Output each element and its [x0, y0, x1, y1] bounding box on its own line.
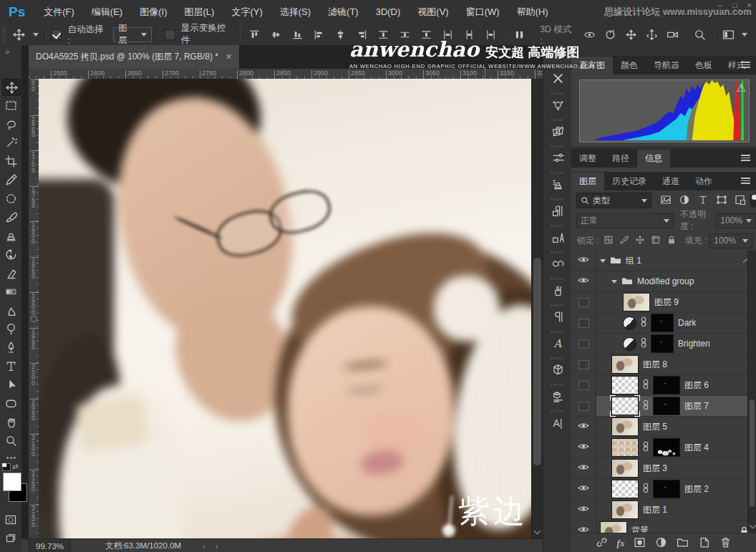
- pen-tool[interactable]: [3, 339, 19, 355]
- tab-histogram[interactable]: 直方图: [571, 57, 613, 74]
- layer-row-6[interactable]: 图层 6: [571, 375, 756, 396]
- tab-adjustments[interactable]: 调整: [571, 150, 604, 168]
- document-tab[interactable]: DO4A5925 拷贝.psd @ 100% (图层 7, RGB/8) * ✕: [29, 45, 240, 69]
- menu-item-7[interactable]: 3D(D): [367, 0, 410, 24]
- creative-cloud-panel-icon[interactable]: [543, 251, 572, 277]
- align-vcenter-button[interactable]: [268, 26, 284, 42]
- scrollbar-thumb[interactable]: [533, 258, 541, 465]
- layer-thumbnail[interactable]: [623, 293, 650, 311]
- blend-mode-dropdown[interactable]: 正常: [576, 213, 674, 228]
- brush-tool[interactable]: [3, 209, 19, 225]
- 3d-slide3d-button[interactable]: [644, 26, 660, 42]
- status-zoom[interactable]: 99.73%: [29, 539, 71, 552]
- menu-item-2[interactable]: 图像(I): [131, 0, 175, 24]
- opacity-dropdown[interactable]: 100%: [716, 213, 756, 228]
- new-layer-button[interactable]: [698, 536, 710, 551]
- expand-caret-icon[interactable]: [600, 259, 606, 263]
- lk-lock-icon[interactable]: [667, 235, 677, 247]
- layer-row-8[interactable]: 图层 5: [571, 417, 756, 437]
- adjustment-layer-icon[interactable]: [623, 337, 636, 351]
- foreground-color-swatch[interactable]: [3, 473, 21, 491]
- clone-graphics-panel-icon[interactable]: [543, 118, 572, 145]
- expand-caret-icon[interactable]: [611, 280, 617, 284]
- properties-panel-icon[interactable]: [543, 383, 572, 410]
- layer-row-12[interactable]: 图层 1: [571, 500, 756, 520]
- visibility-toggle[interactable]: [571, 479, 596, 499]
- layer-mask-thumbnail[interactable]: [653, 480, 680, 498]
- lk-move-icon[interactable]: [635, 235, 645, 247]
- paragraph-panel-icon[interactable]: [543, 304, 572, 330]
- f-smart-filter-icon[interactable]: [735, 194, 746, 208]
- dist-hcenter-button[interactable]: [461, 26, 477, 42]
- visibility-toggle[interactable]: [571, 334, 596, 354]
- auto-select-checkbox[interactable]: [52, 29, 62, 40]
- filter-switch[interactable]: [750, 194, 756, 208]
- layer-filter-dropdown[interactable]: 类型: [576, 193, 651, 208]
- eraser-tool[interactable]: [3, 265, 19, 281]
- tab-layers[interactable]: 图层: [571, 173, 604, 190]
- hand-tool[interactable]: [3, 414, 19, 430]
- quick-mask-icon[interactable]: [3, 512, 19, 528]
- layers-scrollbar[interactable]: [747, 251, 756, 533]
- layer-thumbnail[interactable]: [611, 376, 639, 394]
- path-select-tool[interactable]: [3, 377, 19, 392]
- 3d-orbit-button[interactable]: [582, 26, 598, 42]
- paragraph-styles-panel-icon[interactable]: [543, 198, 572, 224]
- delete-layer-button[interactable]: [719, 536, 732, 551]
- layer-thumbnail[interactable]: [611, 459, 639, 478]
- 3d-roll-button[interactable]: [603, 26, 619, 42]
- visibility-toggle[interactable]: [571, 500, 596, 520]
- layer-row-5[interactable]: 图层 8: [571, 354, 756, 375]
- clone-stamp-tool[interactable]: [3, 228, 19, 243]
- tab-history[interactable]: 历史记录: [604, 173, 654, 190]
- workspace-caret[interactable]: [742, 33, 747, 37]
- layer-mask-thumbnail[interactable]: [653, 376, 680, 394]
- tab-close-icon[interactable]: ✕: [226, 52, 232, 62]
- visibility-toggle[interactable]: [571, 292, 596, 312]
- healing-brush-tool[interactable]: [3, 190, 19, 206]
- link-layers-button[interactable]: [596, 536, 608, 551]
- adjustment-layer-button[interactable]: [655, 536, 667, 551]
- layer-row-1[interactable]: Modified group: [571, 271, 756, 292]
- layers-scrollbar-thumb[interactable]: [750, 400, 755, 507]
- dist-top-button[interactable]: [375, 26, 391, 42]
- type-tool[interactable]: [3, 358, 19, 374]
- visibility-toggle[interactable]: [571, 271, 596, 291]
- lk-brush-icon[interactable]: [619, 235, 629, 247]
- zoom-tool[interactable]: [3, 432, 19, 448]
- layer-thumbnail[interactable]: [611, 417, 639, 436]
- tab-paths[interactable]: 路径: [604, 150, 637, 168]
- f-shape-filter-icon[interactable]: [716, 194, 727, 208]
- dist-right-button[interactable]: [483, 26, 498, 42]
- layer-thumbnail[interactable]: [611, 397, 639, 415]
- scroll-down-icon[interactable]: [534, 528, 541, 535]
- 3d-panel-icon[interactable]: [543, 357, 572, 383]
- dodge-tool[interactable]: [3, 321, 19, 336]
- character-styles-panel-icon[interactable]: [543, 224, 572, 251]
- visibility-toggle[interactable]: [571, 251, 596, 271]
- dist-vcenter-button[interactable]: [397, 26, 412, 42]
- visibility-toggle[interactable]: [571, 437, 596, 457]
- menu-item-10[interactable]: 帮助(H): [508, 0, 557, 24]
- menu-item-6[interactable]: 滤镜(T): [319, 0, 367, 24]
- align-bottom-button[interactable]: [289, 26, 305, 42]
- canvas[interactable]: 紫边: [39, 79, 531, 538]
- panel-menu-icon[interactable]: [741, 62, 750, 68]
- show-transform-checkbox[interactable]: [165, 29, 175, 40]
- quick-selection-tool[interactable]: [3, 135, 19, 150]
- layer-row-11[interactable]: 图层 2: [571, 479, 756, 500]
- menu-item-3[interactable]: 图层(L): [175, 0, 223, 24]
- align-top-button[interactable]: [246, 26, 262, 42]
- tool-preset-caret[interactable]: [33, 33, 39, 37]
- layer-row-9[interactable]: 图层 4: [571, 437, 756, 458]
- menu-item-5[interactable]: 选择(S): [271, 0, 319, 24]
- layer-row-0[interactable]: 组 1: [571, 251, 756, 271]
- layer-mask-thumbnail[interactable]: [651, 314, 674, 332]
- visibility-toggle[interactable]: [571, 417, 596, 437]
- search-icon[interactable]: [692, 26, 708, 42]
- layer-thumbnail[interactable]: [611, 438, 639, 457]
- align-left-button[interactable]: [311, 26, 326, 42]
- collapse-tools-icon[interactable]: »: [5, 47, 9, 56]
- layer-thumbnail[interactable]: [611, 480, 639, 498]
- layer-thumbnail[interactable]: [611, 355, 639, 374]
